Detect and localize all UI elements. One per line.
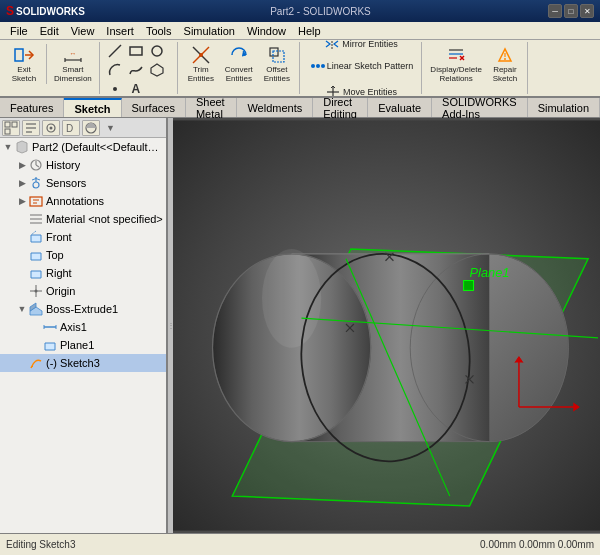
tree-filter-label: ▼: [106, 123, 115, 133]
tab-sketch[interactable]: Sketch: [64, 98, 121, 117]
rect-button[interactable]: [126, 42, 146, 60]
point-button[interactable]: [105, 80, 125, 98]
logo-text: SOLIDWORKS: [16, 6, 85, 17]
display-delete-label: Display/DeleteRelations: [430, 66, 482, 84]
tree-item-axis1[interactable]: Axis1: [0, 318, 166, 336]
repair-sketch-button[interactable]: RepairSketch: [487, 42, 523, 86]
right-label: Right: [46, 267, 72, 279]
tab-features[interactable]: Features: [0, 98, 64, 117]
menu-item-insert[interactable]: Insert: [100, 22, 140, 39]
menu-item-help[interactable]: Help: [292, 22, 327, 39]
offset-label: OffsetEntities: [264, 66, 290, 84]
offset-entities-button[interactable]: OffsetEntities: [259, 42, 295, 86]
line-icon: [107, 43, 123, 59]
svg-marker-9: [151, 64, 163, 76]
viewport[interactable]: Plane1: [173, 118, 600, 533]
spline-button[interactable]: [126, 61, 146, 79]
part-expand: ▼: [2, 141, 14, 153]
history-expand: ▶: [16, 159, 28, 171]
linear-pattern-button[interactable]: Linear Sketch Pattern: [305, 56, 418, 76]
svg-line-6: [109, 45, 121, 57]
exit-sketch-button[interactable]: ExitSketch: [6, 42, 42, 86]
tree-item-sensors[interactable]: ▶ Sensors: [0, 174, 166, 192]
boss-extrude-icon: [28, 301, 44, 317]
feature-tab-button[interactable]: [2, 120, 20, 136]
tree-item-annotations[interactable]: ▶ Annotations: [0, 192, 166, 210]
right-icon: [28, 265, 44, 281]
sensors-label: Sensors: [46, 177, 86, 189]
menu-item-tools[interactable]: Tools: [140, 22, 178, 39]
tab-weldments[interactable]: Weldments: [237, 98, 313, 117]
top-label: Top: [46, 249, 64, 261]
front-label: Front: [46, 231, 72, 243]
origin-expand: [16, 285, 28, 297]
minimize-button[interactable]: ─: [548, 4, 562, 18]
toolbar-group-main: ExitSketch ↔ SmartDimension: [2, 42, 100, 94]
tab-evaluate[interactable]: Evaluate: [368, 98, 432, 117]
svg-rect-30: [12, 122, 17, 127]
tree-part-label: Part2 (Default<<Default>_Photo: [32, 141, 164, 153]
tree-item-history[interactable]: ▶ History: [0, 156, 166, 174]
trim-entities-button[interactable]: TrimEntities: [183, 42, 219, 86]
axis1-label: Axis1: [60, 321, 87, 333]
feature-tree: D ▼ ▼ Part2 (Default<<Default>_Photo ▶: [0, 118, 168, 533]
config-tab-button[interactable]: [42, 120, 60, 136]
svg-point-19: [321, 64, 325, 68]
property-tab-button[interactable]: [22, 120, 40, 136]
menu-item-edit[interactable]: Edit: [34, 22, 65, 39]
maximize-button[interactable]: □: [564, 4, 578, 18]
tree-item-plane1[interactable]: Plane1: [0, 336, 166, 354]
svg-text:Plane1: Plane1: [470, 265, 510, 280]
close-button[interactable]: ✕: [580, 4, 594, 18]
tree-item-front[interactable]: Front: [0, 228, 166, 246]
tree-item-top[interactable]: Top: [0, 246, 166, 264]
plane1-icon: [42, 337, 58, 353]
arc-icon: [107, 62, 123, 78]
history-icon: [28, 157, 44, 173]
material-icon: [28, 211, 44, 227]
convert-entities-button[interactable]: ConvertEntities: [221, 42, 257, 86]
dim-tab-button[interactable]: D: [62, 120, 80, 136]
tab-solidworks-add-ins[interactable]: SOLIDWORKS Add-Ins: [432, 98, 528, 117]
tab-sheet-metal[interactable]: Sheet Metal: [186, 98, 238, 117]
mirror-entities-button[interactable]: Mirror Entities: [320, 40, 402, 54]
polygon-button[interactable]: [147, 61, 167, 79]
svg-text:D: D: [66, 123, 73, 134]
circle-button[interactable]: [147, 42, 167, 60]
annotations-icon: [28, 193, 44, 209]
tree-container: ▼ Part2 (Default<<Default>_Photo ▶ Histo…: [0, 138, 166, 372]
tab-surfaces[interactable]: Surfaces: [122, 98, 186, 117]
menu-item-file[interactable]: File: [4, 22, 34, 39]
tree-item-right[interactable]: Right: [0, 264, 166, 282]
toolbar-group-modify: TrimEntities ConvertEntities: [179, 42, 300, 94]
tree-item-origin[interactable]: Origin: [0, 282, 166, 300]
tree-toolbar: D ▼: [0, 118, 166, 138]
origin-icon: [28, 283, 44, 299]
svg-point-53: [35, 290, 38, 293]
tabs-bar: FeaturesSketchSurfacesSheet MetalWeldmen…: [0, 98, 600, 118]
svg-line-50: [31, 231, 36, 235]
menu-item-simulation[interactable]: Simulation: [178, 22, 241, 39]
tree-item-sketch3[interactable]: (-) Sketch3: [0, 354, 166, 372]
arc-button[interactable]: [105, 61, 125, 79]
toolbar-group-relations: Display/DeleteRelations RepairSketch: [423, 42, 528, 94]
tree-item-boss-extrude[interactable]: ▼ Boss-Extrude1: [0, 300, 166, 318]
menu-item-view[interactable]: View: [65, 22, 101, 39]
title-bar: S SOLIDWORKS Part2 - SOLIDWORKS ─ □ ✕: [0, 0, 600, 22]
appear-tab-button[interactable]: [82, 120, 100, 136]
window-controls: ─ □ ✕: [548, 4, 594, 18]
text-button[interactable]: A: [126, 80, 146, 98]
line-button[interactable]: [105, 42, 125, 60]
tab-direct-editing[interactable]: Direct Editing: [313, 98, 368, 117]
history-label: History: [46, 159, 80, 171]
tree-item-part[interactable]: ▼ Part2 (Default<<Default>_Photo: [0, 138, 166, 156]
tab-simulation[interactable]: Simulation: [528, 98, 600, 117]
convert-icon: [228, 44, 250, 66]
tree-item-material[interactable]: Material <not specified>: [0, 210, 166, 228]
menu-item-window[interactable]: Window: [241, 22, 292, 39]
smart-dimension-button[interactable]: ↔ SmartDimension: [51, 42, 95, 86]
svg-point-28: [504, 58, 506, 60]
spline-icon: [128, 62, 144, 78]
svg-rect-0: [15, 49, 23, 61]
display-delete-button[interactable]: Display/DeleteRelations: [427, 42, 485, 86]
